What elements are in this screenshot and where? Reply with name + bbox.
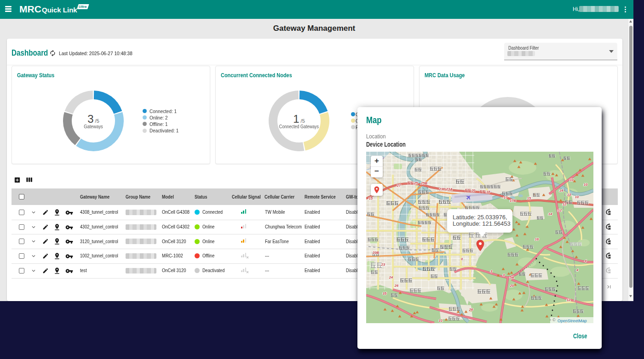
svg-text:15: 15 (369, 196, 373, 200)
svg-text:12: 12 (563, 202, 567, 206)
svg-text:10: 10 (584, 182, 588, 187)
svg-text:25: 25 (414, 181, 418, 185)
svg-text:4: 4 (584, 259, 587, 263)
svg-text:14: 14 (559, 188, 564, 193)
svg-text:10: 10 (575, 195, 579, 199)
svg-text:31: 31 (439, 319, 443, 323)
svg-text:12: 12 (558, 208, 562, 212)
svg-text:23A: 23A (446, 187, 453, 191)
svg-text:4: 4 (576, 268, 579, 272)
svg-text:35: 35 (383, 291, 387, 296)
svg-text:16: 16 (535, 237, 539, 241)
svg-text:17B: 17B (510, 199, 516, 203)
svg-text:27: 27 (397, 183, 401, 188)
svg-text:14: 14 (548, 212, 552, 216)
svg-text:238: 238 (439, 187, 445, 191)
svg-text:12: 12 (567, 298, 571, 302)
svg-text:20B: 20B (372, 251, 379, 255)
svg-text:23: 23 (381, 262, 385, 267)
svg-text:10: 10 (570, 178, 574, 182)
svg-text:26: 26 (469, 308, 473, 312)
svg-text:15: 15 (527, 196, 531, 200)
svg-text:18: 18 (486, 190, 490, 194)
svg-text:20: 20 (471, 188, 476, 193)
svg-text:20: 20 (510, 284, 514, 288)
svg-text:13: 13 (567, 193, 571, 197)
svg-text:5A: 5A (510, 275, 514, 279)
svg-text:17: 17 (504, 195, 508, 199)
svg-text:25B: 25B (420, 181, 427, 185)
svg-text:24: 24 (389, 275, 393, 279)
svg-text:26: 26 (394, 284, 399, 288)
